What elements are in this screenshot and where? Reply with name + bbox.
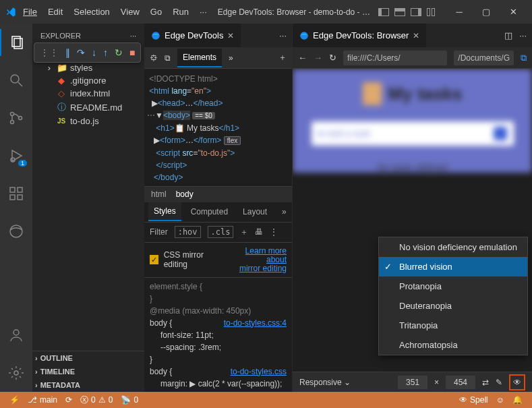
browser-back-icon[interactable]: ← xyxy=(298,53,307,63)
url-input[interactable]: file:///C:/Users/ xyxy=(343,51,447,65)
file-row-gitignore[interactable]: ◆.gitignore xyxy=(32,74,144,87)
vision-option-achromatopsia[interactable]: Achromatopsia xyxy=(379,335,527,355)
layout-bottom-icon[interactable] xyxy=(394,8,405,16)
section-timeline[interactable]: ›TIMELINE xyxy=(32,365,144,378)
editor-more-icon[interactable]: ··· xyxy=(519,30,527,40)
browser-reload-icon[interactable]: ↻ xyxy=(329,53,336,63)
layout-grid-icon[interactable] xyxy=(427,8,438,16)
rotate-icon[interactable]: ⇄ xyxy=(482,378,489,387)
debug-step-into-icon[interactable]: ↓ xyxy=(92,47,96,58)
file-row-styles[interactable]: ›📁styles xyxy=(32,61,144,74)
styles-cls[interactable]: .cls xyxy=(208,226,234,238)
status-problems[interactable]: ⓧ0 ⚠0 xyxy=(76,395,117,406)
section-metadata[interactable]: ›METADATA xyxy=(32,378,144,392)
svg-point-16 xyxy=(152,32,160,40)
file-row-todojs[interactable]: JSto-do.js xyxy=(32,115,144,127)
file-row-index[interactable]: ◇index.html xyxy=(32,87,144,100)
devtools-tab-elements[interactable]: Elements xyxy=(177,49,222,67)
activity-extensions[interactable] xyxy=(0,180,32,207)
viewport-height-input[interactable] xyxy=(446,376,475,389)
styles-hov[interactable]: :hov xyxy=(175,226,201,238)
vision-option-protanopia[interactable]: Protanopia xyxy=(379,276,527,296)
device-icon[interactable]: ⧉ xyxy=(165,53,171,63)
layout-right-icon[interactable] xyxy=(411,8,421,16)
activity-edge-tools[interactable] xyxy=(0,218,32,245)
close-button[interactable]: ✕ xyxy=(500,0,527,24)
editor-more-icon[interactable]: ··· xyxy=(279,30,287,40)
activity-search[interactable] xyxy=(0,67,32,94)
activity-source-control[interactable] xyxy=(0,105,32,132)
menu-run[interactable]: Run xyxy=(169,4,193,20)
debug-pause-icon[interactable]: ∥ xyxy=(65,47,70,58)
preview-input[interactable]: + Add a task xyxy=(312,121,514,146)
svg-point-2 xyxy=(11,75,19,83)
debug-stop-icon[interactable]: ■ xyxy=(129,47,135,58)
maximize-button[interactable]: ▢ xyxy=(473,0,500,24)
browser-forward-icon[interactable]: → xyxy=(314,53,322,63)
debug-grip-icon[interactable]: ⋮⋮ xyxy=(40,47,59,58)
url-input-right[interactable]: /Documents/G xyxy=(454,51,514,65)
activity-settings[interactable] xyxy=(0,359,32,386)
styles-body[interactable]: element.style { } @media (max-width: 450… xyxy=(144,278,292,392)
devtools-add-icon[interactable]: ＋ xyxy=(278,52,287,63)
vision-option-none[interactable]: No vision deficiency emulation xyxy=(379,237,527,257)
section-outline[interactable]: ›OUTLINE xyxy=(32,351,144,365)
status-bell[interactable]: 🔔 xyxy=(508,395,527,405)
status-sync[interactable]: ⟳ xyxy=(61,395,76,405)
styles-print-icon[interactable]: 🖶 xyxy=(255,227,263,237)
split-editor-icon[interactable]: ◫ xyxy=(504,30,512,40)
tab-close-icon[interactable]: ✕ xyxy=(413,31,419,40)
inspect-icon[interactable]: ⯐ xyxy=(150,53,158,63)
styles-tab-layout[interactable]: Layout xyxy=(237,203,272,221)
preview-submit-icon[interactable] xyxy=(494,127,507,140)
activity-explorer[interactable] xyxy=(0,29,32,56)
browser-devtools-icon[interactable]: ⧉ xyxy=(521,53,527,63)
vision-deficiency-button[interactable]: 👁 xyxy=(509,374,525,390)
vision-option-tritanopia[interactable]: Tritanopia xyxy=(379,316,527,335)
edit-icon[interactable]: ✎ xyxy=(496,378,502,387)
styles-more-icon[interactable]: ⋮ xyxy=(270,227,278,237)
status-feedback[interactable]: ☺ xyxy=(492,395,508,405)
devtools-more-tabs-icon[interactable]: » xyxy=(229,53,233,63)
vision-option-blurred[interactable]: ✓Blurred vision xyxy=(379,257,527,276)
mirror-learn-link2[interactable]: mirror editing xyxy=(239,264,287,273)
mirror-label: CSS mirror editing xyxy=(164,250,224,269)
crumb-body[interactable]: body xyxy=(176,190,194,199)
debug-toolbar[interactable]: ⋮⋮ ∥ ↷ ↓ ↑ ↻ ■ xyxy=(34,42,141,63)
debug-step-out-icon[interactable]: ↑ xyxy=(103,47,108,58)
debug-step-over-icon[interactable]: ↷ xyxy=(77,47,85,58)
menu-view[interactable]: View xyxy=(117,4,144,20)
styles-tab-computed[interactable]: Computed xyxy=(185,203,233,221)
menu-file[interactable]: File xyxy=(19,4,41,20)
menu-selection[interactable]: Selection xyxy=(69,4,113,20)
styles-add-rule-icon[interactable]: ＋ xyxy=(240,227,248,238)
mirror-checkbox[interactable]: ✓ xyxy=(150,255,158,264)
mirror-learn-link[interactable]: Learn more about xyxy=(245,246,287,264)
status-ports[interactable]: 📡0 xyxy=(117,395,142,405)
menu-more[interactable]: ··· xyxy=(196,4,211,20)
responsive-dropdown[interactable]: Responsive ⌄ xyxy=(299,378,351,387)
elements-tree[interactable]: <!DOCTYPE html> <html lang="en"> ▶<head>… xyxy=(144,69,292,186)
layout-left-icon[interactable] xyxy=(378,8,389,16)
styles-more-icon[interactable]: » xyxy=(276,203,292,221)
file-row-readme[interactable]: ⓘREADME.md xyxy=(32,100,144,115)
tab-edge-browser[interactable]: Edge DevTools: Browser ✕ xyxy=(293,24,427,47)
menu-edit[interactable]: Edit xyxy=(44,4,67,20)
status-remote[interactable]: ⚡ xyxy=(5,395,24,405)
styles-tab-styles[interactable]: Styles xyxy=(148,202,181,221)
status-spell[interactable]: 👁Spell xyxy=(455,395,492,405)
tab-edge-devtools[interactable]: Edge DevTools ✕ xyxy=(144,24,241,47)
styles-filter-row: Filter :hov .cls ＋ 🖶 ⋮ xyxy=(144,223,292,243)
debug-restart-icon[interactable]: ↻ xyxy=(115,47,123,58)
menu-go[interactable]: Go xyxy=(146,4,166,20)
minimize-button[interactable]: ─ xyxy=(446,0,473,24)
styles-filter-label[interactable]: Filter xyxy=(150,227,168,237)
crumb-html[interactable]: html xyxy=(151,190,167,199)
activity-run-debug[interactable]: 1 xyxy=(0,142,32,169)
tab-close-icon[interactable]: ✕ xyxy=(227,31,234,40)
vision-option-deuteranopia[interactable]: Deuteranopia xyxy=(379,296,527,316)
explorer-more-icon[interactable]: ··· xyxy=(130,32,136,40)
viewport-width-input[interactable] xyxy=(398,376,427,389)
status-branch[interactable]: ⎇main xyxy=(24,395,61,405)
activity-account[interactable] xyxy=(0,322,32,349)
